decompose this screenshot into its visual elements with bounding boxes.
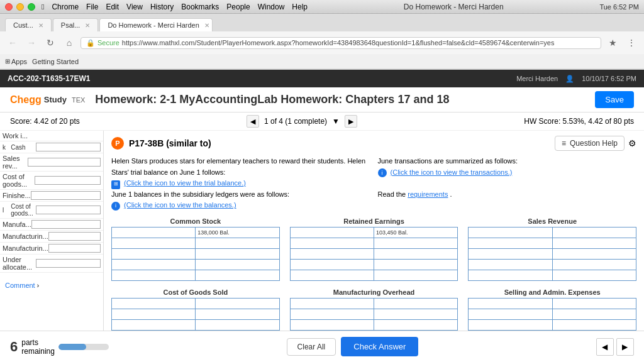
input-field[interactable] [197,321,277,329]
input-field[interactable] [114,250,193,258]
input-field[interactable] [555,321,634,329]
input-field[interactable] [376,239,455,248]
input-field[interactable] [555,310,634,319]
input-field[interactable] [470,260,550,269]
tab-2[interactable]: Psal... ✕ [53,18,99,31]
input-field[interactable] [555,260,634,269]
sidebar-mfg-input[interactable] [31,220,101,229]
tab-3-active[interactable]: Do Homework - Merci Harden ✕ [99,18,213,31]
input-field[interactable] [555,299,634,308]
sidebar-mfg3-input[interactable] [48,244,101,253]
input-field[interactable] [470,321,550,329]
back-button[interactable]: ← [5,36,20,49]
apps-bookmark[interactable]: ⊞ Apps [5,58,27,65]
check-answer-button[interactable]: Check Answer [341,337,418,356]
input-field[interactable] [197,239,277,248]
input-field[interactable] [292,260,372,269]
input-field[interactable] [376,260,455,269]
input-field[interactable] [555,228,634,237]
save-button[interactable]: Save [595,91,634,108]
menu-people[interactable]: People [226,3,250,11]
menu-history[interactable]: History [150,3,174,11]
input-field[interactable] [376,250,455,258]
input-field[interactable] [197,250,277,258]
input-field[interactable] [470,250,550,258]
trial-balance-link[interactable]: (Click the icon to view the trial balanc… [124,179,246,187]
balances-link[interactable]: (Click the icon to view the balances.) [124,201,236,209]
menu-help[interactable]: Help [292,3,308,11]
sidebar-under-input[interactable] [36,259,101,268]
settings-icon[interactable]: ⚙ [628,138,636,148]
input-field[interactable] [114,271,193,280]
input-field[interactable] [555,271,634,280]
input-field[interactable] [470,228,550,237]
sidebar-cash-input[interactable] [36,143,101,151]
getting-started-bookmark[interactable]: Getting Started [32,58,79,65]
input-field[interactable] [292,228,372,237]
next-question[interactable]: ▶ [345,115,357,128]
prev-nav-button[interactable]: ◀ [596,338,614,356]
grid-icon[interactable]: ⊞ [111,180,120,189]
input-field[interactable] [292,271,372,280]
input-field[interactable] [292,310,372,319]
prev-question[interactable]: ◀ [247,115,259,128]
info-icon-right[interactable]: i [378,168,387,177]
input-field[interactable] [197,271,277,280]
input-field[interactable] [376,310,455,319]
input-field[interactable] [555,239,634,248]
menu-chrome[interactable]: Chrome [52,3,79,11]
tab-1[interactable]: Cust... ✕ [5,18,52,31]
tab-1-close[interactable]: ✕ [38,22,43,29]
minimize-button[interactable] [16,3,24,11]
input-field[interactable] [555,250,634,258]
reload-button[interactable]: ↻ [43,36,58,49]
input-field[interactable] [114,310,193,319]
close-button[interactable] [5,3,13,11]
sidebar-sales-input[interactable] [28,158,101,167]
transactions-link[interactable]: (Click the icon to view the transactions… [391,168,513,176]
input-field[interactable] [114,321,193,329]
menu-file[interactable]: File [86,3,98,11]
menu-bookmarks[interactable]: Bookmarks [181,3,219,11]
sidebar-cogs2-input[interactable] [36,206,101,214]
requirements-link[interactable]: requirements [408,190,448,198]
input-field[interactable] [197,299,277,308]
input-field[interactable] [470,310,550,319]
menu-view[interactable]: View [126,3,143,11]
input-field[interactable] [292,239,372,248]
menu-edit[interactable]: Edit [106,3,119,11]
input-field[interactable] [292,250,372,258]
input-field[interactable] [114,228,193,237]
input-field[interactable] [114,239,193,248]
info-icon-left[interactable]: i [111,202,120,211]
more-button[interactable]: ⋮ [624,36,639,49]
input-field[interactable] [376,299,455,308]
input-field[interactable] [376,321,455,329]
input-field[interactable] [292,299,372,308]
comment-label[interactable]: Comment [5,282,35,289]
sidebar-mfg2-input[interactable] [48,232,101,241]
input-field[interactable] [470,299,550,308]
maximize-button[interactable] [28,3,35,11]
apple-menu[interactable]:  [42,3,44,11]
input-field[interactable] [470,239,550,248]
input-field[interactable] [114,260,193,269]
home-button[interactable]: ⌂ [62,36,77,49]
input-field[interactable] [376,271,455,280]
tab-2-close[interactable]: ✕ [85,22,90,29]
question-help-button[interactable]: ≡ Question Help [555,136,625,151]
sidebar-cogs-input[interactable] [35,176,101,185]
clear-all-button[interactable]: Clear All [287,338,336,356]
input-field[interactable] [197,310,277,319]
next-nav-button[interactable]: ▶ [616,338,634,356]
input-field[interactable] [114,299,193,308]
input-field[interactable] [470,271,550,280]
input-field[interactable] [197,260,277,269]
bookmark-button[interactable]: ★ [605,36,620,49]
address-bar[interactable]: 🔒 Secure https://www.mathxl.com/Student/… [80,37,601,49]
forward-button[interactable]: → [24,36,39,49]
input-field[interactable] [292,321,372,329]
tab-3-close[interactable]: ✕ [204,22,209,29]
dropdown-icon[interactable]: ▼ [332,117,340,126]
sidebar-finished-input[interactable] [31,191,101,200]
